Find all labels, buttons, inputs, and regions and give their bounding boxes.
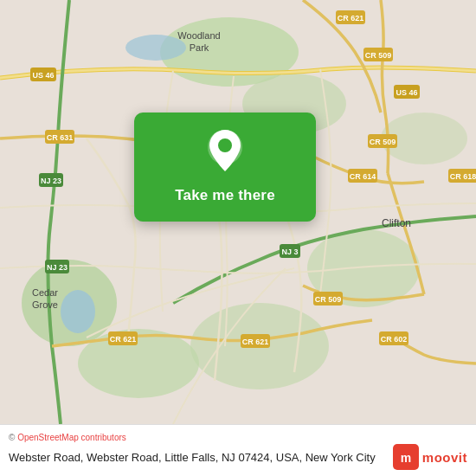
address-text: Webster Road, Webster Road, Little Falls… bbox=[9, 451, 384, 464]
svg-point-46 bbox=[218, 138, 232, 152]
svg-text:Grove: Grove bbox=[32, 299, 58, 310]
location-card[interactable]: Take me there bbox=[134, 113, 316, 222]
svg-text:CR 631: CR 631 bbox=[47, 133, 74, 142]
svg-text:US 46: US 46 bbox=[32, 71, 54, 80]
svg-text:Cedar: Cedar bbox=[32, 287, 58, 298]
svg-text:CR 509: CR 509 bbox=[370, 138, 396, 146]
moovit-wordmark: moovit bbox=[422, 450, 467, 465]
svg-text:NJ 3: NJ 3 bbox=[281, 248, 298, 256]
svg-text:US 46: US 46 bbox=[396, 88, 417, 97]
svg-text:NJ 23: NJ 23 bbox=[41, 177, 61, 185]
address-row: Webster Road, Webster Road, Little Falls… bbox=[9, 444, 467, 470]
svg-text:Woodland: Woodland bbox=[177, 30, 220, 41]
osm-link[interactable]: OpenStreetMap contributors bbox=[17, 433, 126, 442]
moovit-brand-icon: m bbox=[393, 444, 419, 470]
moovit-logo: m moovit bbox=[393, 444, 467, 470]
svg-text:CR 621: CR 621 bbox=[242, 338, 269, 346]
svg-text:CR 618: CR 618 bbox=[450, 172, 476, 181]
svg-text:CR 602: CR 602 bbox=[381, 335, 408, 344]
svg-text:CR 614: CR 614 bbox=[350, 172, 376, 181]
take-me-there-button[interactable]: Take me there bbox=[148, 183, 302, 208]
svg-text:NJ 23: NJ 23 bbox=[47, 263, 68, 272]
svg-text:Clifton: Clifton bbox=[382, 217, 411, 229]
svg-text:CR 509: CR 509 bbox=[315, 295, 342, 304]
svg-text:Park: Park bbox=[190, 42, 209, 53]
svg-text:m: m bbox=[401, 451, 411, 465]
svg-text:CR 621: CR 621 bbox=[110, 335, 137, 344]
osm-logo: © bbox=[9, 433, 15, 442]
osm-attribution: © OpenStreetMap contributors bbox=[9, 433, 467, 442]
svg-text:CR 621: CR 621 bbox=[338, 14, 364, 23]
map-container: US 46 US 46 CR 621 CR 509 CR 509 CR 509 … bbox=[0, 0, 476, 424]
location-pin-icon bbox=[206, 128, 244, 175]
bottom-bar: © OpenStreetMap contributors Webster Roa… bbox=[0, 424, 476, 476]
svg-point-8 bbox=[61, 290, 95, 333]
svg-text:CR 509: CR 509 bbox=[365, 51, 392, 60]
